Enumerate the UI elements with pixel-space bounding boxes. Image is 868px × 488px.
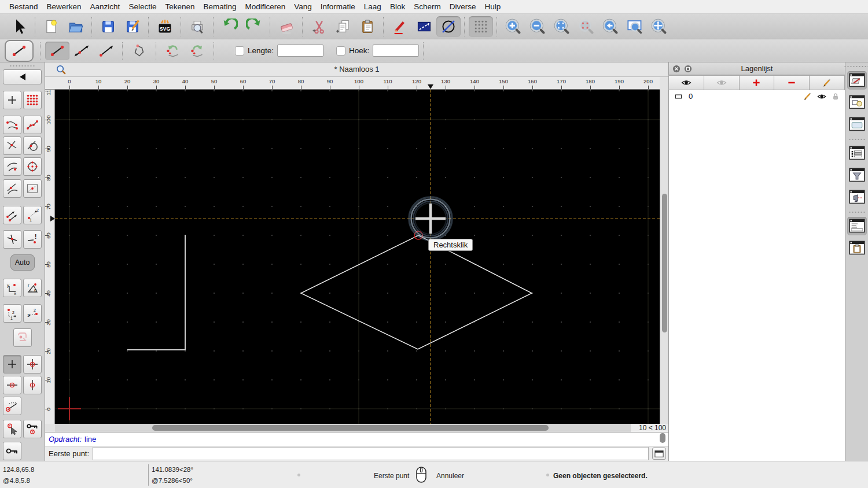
layer-visibility-eye-icon[interactable] [816,91,827,102]
tangent-snap-button[interactable] [3,179,21,198]
cartesian-coords-button[interactable] [3,279,21,297]
show-all-layers-button[interactable] [668,75,704,90]
grid-snap-button[interactable] [23,91,42,109]
pan-view-button[interactable] [647,16,671,37]
divide-points-snap-button[interactable] [23,206,42,224]
auto-snap-button[interactable]: Auto [10,254,35,271]
zoom-fit-button[interactable] [550,16,574,37]
filter-panel-button[interactable] [847,166,867,184]
zoom-in-button[interactable] [501,16,525,37]
command-panel-button[interactable] [847,217,867,235]
layer-lock-icon[interactable] [831,92,840,101]
cross-snap-button[interactable] [3,230,21,249]
menu-item-2[interactable]: Aanzicht [90,2,120,11]
menu-item-11[interactable]: Scherm [414,2,441,11]
select-arrow-tool[interactable] [7,16,31,37]
canvas-horizontal-scrollbar[interactable] [55,424,631,432]
length-input[interactable] [277,45,323,57]
circle-line-tool-button[interactable] [436,16,461,37]
point-plus-snap-button[interactable] [3,91,21,109]
layer-row[interactable]: 0 [669,90,845,102]
rect-middle-snap-button[interactable] [23,179,42,198]
cut-button[interactable] [307,16,331,37]
horizontal-target-button[interactable] [3,376,21,394]
point-on-object-snap-button[interactable] [23,116,42,134]
angle-checkbox[interactable] [336,46,345,56]
menu-item-5[interactable]: Bemating [203,2,236,11]
menu-item-8[interactable]: Informatie [321,2,355,11]
projector-panel-button[interactable] [847,188,867,206]
clipboard-panel-button[interactable] [847,239,867,257]
menu-item-13[interactable]: Hulp [484,2,501,11]
vertical-target-button[interactable] [23,376,42,394]
layer-edit-pencil-icon[interactable] [803,91,812,101]
polyline-tool-button[interactable] [127,42,152,60]
menu-item-3[interactable]: Selectie [128,2,156,11]
crosshair-target-button[interactable] [23,355,42,374]
line-double-arrow-tool-button[interactable] [69,42,94,60]
list-panel-button[interactable] [847,144,867,162]
horizontal-scroll-thumb[interactable] [152,425,549,431]
export-svg-button[interactable] [153,16,177,37]
save-file-button[interactable] [96,16,120,37]
paste-button[interactable] [355,16,380,37]
selection-rectangle-button[interactable] [412,16,436,37]
intersection-snap-button[interactable] [3,136,21,155]
command-window-button[interactable] [652,448,666,460]
center-quadrant-snap-button[interactable] [23,157,42,176]
pointer-target-button[interactable] [3,420,21,438]
menu-item-1[interactable]: Bewerken [47,2,82,11]
save-as-button[interactable] [120,16,145,37]
zoom-previous-button[interactable] [598,16,623,37]
drawing-canvas[interactable]: Rechtsklik [55,90,660,424]
menu-item-10[interactable]: Blok [390,2,405,11]
eraser-tool-button[interactable] [274,16,299,37]
strip-drag-handle[interactable] [844,65,868,68]
relative-corner-button[interactable] [3,304,21,323]
history-scroll-thumb[interactable] [660,433,665,443]
menu-item-0[interactable]: Bestand [9,2,38,11]
remove-layer-button[interactable] [774,75,810,90]
protractor-button[interactable] [3,397,21,415]
edit-layer-button[interactable] [809,75,845,90]
command-input[interactable] [93,447,649,460]
zoom-selection-button[interactable] [574,16,598,37]
redo-button[interactable] [242,16,266,37]
canvas-vertical-scrollbar[interactable] [660,90,668,424]
menu-item-12[interactable]: Diverse [450,2,476,11]
key-lock-button[interactable] [3,442,21,460]
command-history-scrollbar[interactable] [660,433,667,445]
segment-redo-button[interactable] [185,42,209,60]
perpendicular-snap-button[interactable] [23,230,42,249]
properties-panel-button[interactable] [847,115,867,134]
menu-item-9[interactable]: Laag [364,2,381,11]
add-layer-button[interactable] [739,75,775,90]
menu-item-7[interactable]: Vang [294,2,312,11]
parallel-snap-button[interactable] [3,206,21,224]
draw-pencil-button[interactable] [388,16,412,37]
relative-line-button[interactable] [23,304,42,323]
copy-button[interactable] [331,16,355,37]
undo-button[interactable] [218,16,242,37]
endpoint-snap-button[interactable] [3,116,21,134]
polar-coords-button[interactable] [23,279,42,297]
length-checkbox[interactable] [235,46,244,56]
menu-item-4[interactable]: Tekenen [165,2,194,11]
zoom-window-button[interactable] [623,16,647,37]
line-tool-button[interactable] [45,42,69,60]
tangent-circle-snap-button[interactable] [23,136,42,155]
palette-drag-handle[interactable] [9,65,36,67]
layers-panel-button[interactable] [847,71,867,90]
blocks-panel-button[interactable] [847,93,867,112]
new-file-button[interactable] [39,16,64,37]
grid-toggle-button[interactable] [469,16,493,37]
zoom-out-button[interactable] [525,16,550,37]
hide-all-layers-button[interactable] [704,75,740,90]
key-target-button[interactable] [23,420,42,438]
segment-undo-button[interactable] [161,42,185,60]
point-mode-plus-button[interactable] [3,355,21,374]
vertical-scroll-thumb[interactable] [662,194,667,332]
print-preview-button[interactable] [185,16,209,37]
angle-input[interactable] [373,45,419,57]
palette-collapse-button[interactable] [3,69,42,84]
